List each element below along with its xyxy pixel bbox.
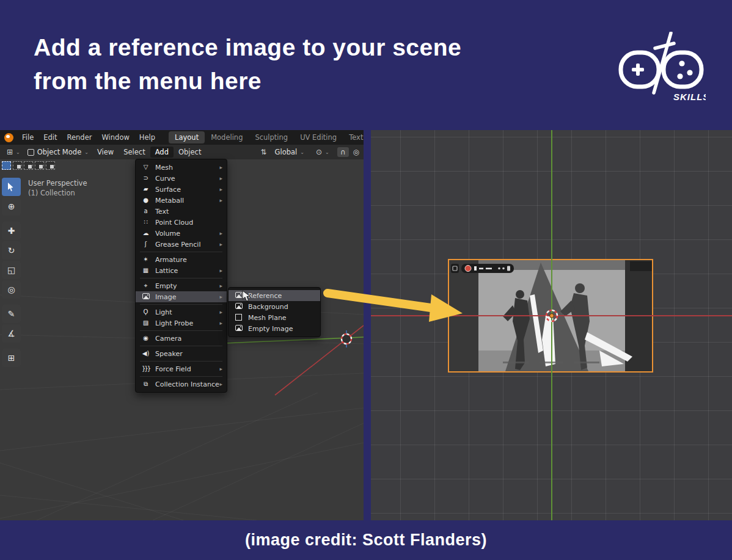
submenu-arrow-icon: ▸ [219, 267, 222, 274]
image-credit-text: (image credit: Scott Flanders) [245, 531, 487, 550]
menu-item-armature[interactable]: ✶Armature [136, 254, 227, 265]
menu-item-camera[interactable]: ◉Camera [136, 333, 227, 344]
menu-item-light-probe[interactable]: ▨Light Probe▸ [136, 318, 227, 329]
z-axis-line-green [551, 130, 552, 520]
menu-item-grease-pencil[interactable]: ʃGrease Pencil▸ [136, 239, 227, 250]
menu-item-point-cloud[interactable]: ∷Point Cloud [136, 217, 227, 228]
menu-edit[interactable]: Edit [38, 132, 62, 143]
editor-type-selector[interactable]: ⊞ ⌄ [3, 147, 24, 158]
snap-toggle[interactable]: ∩ [337, 147, 349, 157]
menu-item-curve[interactable]: ⊃Curve▸ [136, 173, 227, 184]
menu-add[interactable]: Add [150, 147, 174, 158]
menu-item-speaker[interactable]: ◀)Speaker [136, 348, 227, 359]
measure-icon: ∡ [7, 329, 15, 338]
background-image-icon [234, 303, 243, 310]
tab-texture-paint[interactable]: Texture Paint [343, 131, 364, 144]
measure-tool-button[interactable]: ∡ [2, 324, 21, 343]
light-probe-icon: ▨ [141, 320, 150, 326]
add-menu: ▽Mesh▸ ⊃Curve▸ ▰Surface▸ ●Metaball▸ aTex… [135, 159, 227, 393]
cursor-arrow-icon [8, 183, 15, 191]
menu-separator [140, 304, 222, 305]
pivot-point-dropdown[interactable]: ⊙ ⌄ [312, 147, 333, 158]
menu-item-text[interactable]: aText [136, 206, 227, 217]
add-cube-tool-button[interactable]: ⊞ [2, 349, 21, 367]
menu-help[interactable]: Help [134, 132, 160, 143]
menu-item-image[interactable]: Image▸ [136, 291, 227, 302]
image-icon [141, 293, 150, 300]
menu-item-collection-instance[interactable]: ⧉Collection Instance▸ [136, 379, 227, 390]
gd-skills-logo: SKILLS [617, 32, 706, 104]
menu-item-force-field[interactable]: }}}Force Field▸ [136, 363, 227, 374]
menu-item-volume[interactable]: ☁Volume▸ [136, 228, 227, 239]
menu-window[interactable]: Window [97, 132, 134, 143]
select-mode-subtract-icon[interactable] [24, 161, 33, 170]
move-icon: ✚ [8, 226, 15, 236]
lattice-icon: ▦ [141, 267, 150, 274]
footer-credit-bar: (image credit: Scott Flanders) [0, 520, 732, 560]
move-tool-button[interactable]: ✚ [2, 222, 21, 240]
banner-title-line2: from the menu here [34, 64, 461, 98]
submenu-item-empty-image[interactable]: Empty Image [229, 323, 320, 334]
cursor-tool-icon: ⊕ [8, 202, 15, 211]
annotate-tool-button[interactable]: ✎ [2, 305, 21, 323]
select-mode-row [2, 161, 55, 170]
submenu-arrow-icon: ▸ [219, 241, 222, 247]
text-icon: a [141, 208, 150, 214]
blender-logo-icon[interactable] [4, 133, 13, 142]
mesh-plane-icon [234, 314, 243, 322]
blender-screenshot-left: File Edit Render Window Help Layout Mode… [0, 130, 364, 520]
scale-tool-button[interactable]: ◱ [2, 261, 21, 279]
menu-item-mesh[interactable]: ▽Mesh▸ [136, 162, 227, 173]
blender-topbar: File Edit Render Window Help Layout Mode… [0, 130, 364, 145]
submenu-arrow-icon: ▸ [219, 197, 222, 203]
pivot-point-icon: ⊙ [316, 148, 322, 156]
corner-watermark [630, 261, 652, 271]
menu-view[interactable]: View [92, 147, 119, 158]
mode-label: Object Mode [37, 148, 81, 156]
menu-render[interactable]: Render [62, 132, 97, 143]
workspace-tabs: Layout Modeling Sculpting UV Editing Tex… [169, 131, 364, 144]
viewport-header-right: ⇅ Global ⌄ ⊙ ⌄ ∩ ◎ [261, 147, 361, 158]
tab-sculpting[interactable]: Sculpting [249, 131, 294, 144]
submenu-item-mesh-plane[interactable]: Mesh Plane [229, 312, 320, 323]
select-box-tool-button[interactable] [2, 178, 21, 196]
transform-tool-button[interactable]: ◎ [2, 280, 21, 299]
viewport-header: ⊞ ⌄ Object Mode ⌄ View Select Add Object… [0, 145, 364, 159]
menu-select[interactable]: Select [119, 147, 150, 158]
object-mode-icon [27, 149, 34, 156]
orientation-dropdown[interactable]: Global ⌄ [271, 147, 308, 158]
select-mode-extend-icon[interactable] [13, 161, 22, 170]
banner-title-line1: Add a reference image to your scene [34, 31, 461, 64]
volume-icon: ☁ [141, 230, 150, 236]
tab-layout[interactable]: Layout [169, 131, 205, 144]
mode-selector[interactable]: Object Mode ⌄ [24, 147, 92, 158]
empty-icon: ⌖ [141, 283, 150, 289]
chevron-down-icon: ⌄ [16, 150, 20, 155]
rotate-tool-button[interactable]: ↻ [2, 241, 21, 260]
submenu-arrow-icon: ▸ [219, 381, 222, 387]
cursor-tool-button[interactable]: ⊕ [2, 197, 21, 216]
mouse-pointer-icon [242, 290, 252, 302]
submenu-item-background[interactable]: Background [229, 301, 320, 312]
menu-file[interactable]: File [17, 132, 38, 143]
tool-column: ⊕ ✚ ↻ ◱ ◎ ✎ ∡ ⊞ [2, 178, 23, 368]
orientation-label: Global [275, 148, 298, 156]
menu-item-light[interactable]: ϘLight▸ [136, 307, 227, 318]
menu-item-empty[interactable]: ⌖Empty▸ [136, 280, 227, 291]
menu-item-lattice[interactable]: ▦Lattice▸ [136, 265, 227, 276]
light-icon: Ϙ [141, 309, 150, 315]
submenu-arrow-icon: ▸ [219, 320, 222, 326]
force-field-icon: }}} [141, 366, 150, 372]
select-mode-invert-icon[interactable] [35, 161, 44, 170]
tab-uv-editing[interactable]: UV Editing [294, 131, 343, 144]
armature-icon: ✶ [141, 256, 150, 263]
camera-icon: ◉ [141, 335, 150, 341]
proportional-editing-icon[interactable]: ◎ [353, 148, 359, 156]
mesh-icon: ▽ [141, 164, 150, 170]
menu-item-metaball[interactable]: ●Metaball▸ [136, 195, 227, 206]
select-mode-intersect-icon[interactable] [46, 161, 55, 170]
menu-object[interactable]: Object [174, 147, 206, 158]
select-mode-new-icon[interactable] [2, 161, 11, 170]
menu-item-surface[interactable]: ▰Surface▸ [136, 184, 227, 195]
tab-modeling[interactable]: Modeling [205, 131, 249, 144]
